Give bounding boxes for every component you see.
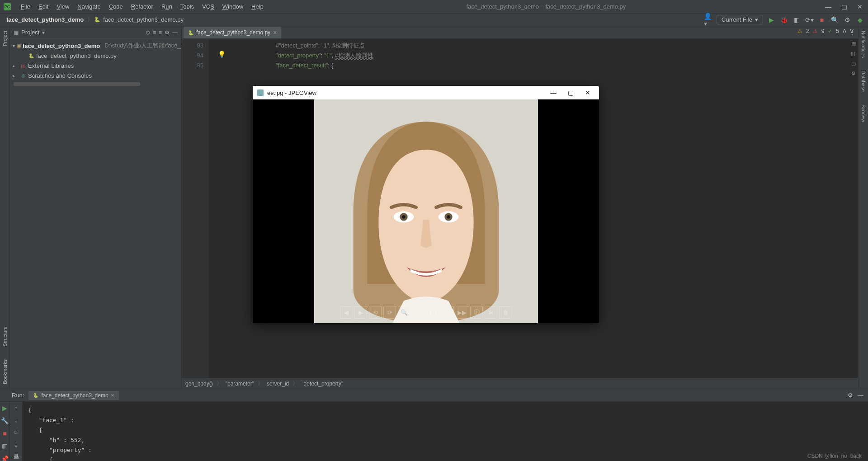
zoom-icon[interactable]: 🔍 xyxy=(398,306,410,319)
breadcrumb-item[interactable]: "parameter" xyxy=(226,381,254,387)
settings-icon[interactable]: ⚙ xyxy=(843,15,852,24)
menu-tools[interactable]: Tools xyxy=(177,1,198,12)
project-tree: ▾ ▣ face_detect_python3_demo D:\study\作业… xyxy=(10,39,181,88)
tool-database[interactable]: Database xyxy=(861,71,866,92)
window-maximize-icon[interactable]: ▢ xyxy=(564,89,577,96)
menu-window[interactable]: Window xyxy=(219,1,247,12)
slideshow-icon[interactable]: ▶▶ xyxy=(456,306,468,319)
jpegview-window[interactable]: ee.jpg - JPEGView — ▢ ✕ ◀ ▶ ⟲ xyxy=(253,86,599,323)
hide-panel-icon[interactable]: — xyxy=(172,29,178,36)
project-view-icon[interactable]: ▦ xyxy=(14,29,19,36)
print-icon[interactable]: 🖶 xyxy=(13,453,19,460)
run-button[interactable]: ▶ xyxy=(767,15,776,24)
menu-code[interactable]: Code xyxy=(105,1,127,12)
settings-icon[interactable]: ⚙ xyxy=(485,306,497,319)
breadcrumb-file[interactable]: face_detect_python3_demo.py xyxy=(100,15,186,24)
close-tab-icon[interactable]: × xyxy=(273,29,277,36)
window-minimize-icon[interactable]: — xyxy=(547,89,560,96)
down-icon[interactable]: ↓ xyxy=(14,417,18,423)
tree-item-label: Scratches and Consoles xyxy=(28,72,92,79)
breadcrumb-item[interactable]: gen_body() xyxy=(185,381,213,387)
pin-icon[interactable]: 📌 xyxy=(1,455,9,461)
menu-navigate[interactable]: Navigate xyxy=(74,1,104,12)
up-icon[interactable]: ↑ xyxy=(14,405,18,411)
tool-structure[interactable]: Structure xyxy=(2,326,8,347)
code-with-me-icon[interactable]: ◆ xyxy=(855,15,864,24)
tree-root[interactable]: ▾ ▣ face_detect_python3_demo D:\study\作业… xyxy=(10,41,181,51)
breadcrumb-item[interactable]: server_id xyxy=(267,381,289,387)
navigation-bar: face_detect_python3_demo 〉 🐍 face_detect… xyxy=(0,14,868,26)
debug-button[interactable]: 🐞 xyxy=(779,15,788,24)
run-config-dropdown[interactable]: Current File▾ xyxy=(717,15,763,24)
fit-icon[interactable]: ⛶ xyxy=(412,306,425,319)
editor-tab[interactable]: 🐍 face_detect_python3_demo.py × xyxy=(184,27,281,38)
jpegview-titlebar[interactable]: ee.jpg - JPEGView — ▢ ✕ xyxy=(253,86,599,99)
window-maximize-icon[interactable]: ▢ xyxy=(841,3,847,10)
gears-icon[interactable]: ⚙ xyxy=(850,70,857,77)
scroll-to-end-icon[interactable]: ⤓ xyxy=(14,441,19,448)
bulb-icon[interactable]: 💡 xyxy=(218,51,226,58)
inspection-widget[interactable]: ⚠2 ⚠9 ✓5 ᐱ ᐯ xyxy=(797,28,854,34)
tool-sciview[interactable]: SciView xyxy=(861,104,866,122)
delete-icon[interactable]: 🗑 xyxy=(499,306,512,319)
settings-icon[interactable]: ⚙ xyxy=(848,392,853,399)
presentation-icon[interactable]: ▢ xyxy=(850,60,857,67)
menu-vcs[interactable]: VCS xyxy=(198,1,218,12)
project-panel-header: ▦ Project ▾ ⊙ ≡ ≡ ⚙ — xyxy=(10,26,181,39)
window-minimize-icon[interactable]: — xyxy=(825,3,831,10)
coverage-button[interactable]: ◧ xyxy=(792,15,801,24)
collapse-all-icon[interactable]: ≡ xyxy=(159,29,162,36)
next-icon[interactable]: ▶ xyxy=(354,306,367,319)
profile-button[interactable]: ⟳▾ xyxy=(805,15,814,24)
menu-edit[interactable]: Edit xyxy=(35,1,52,12)
split-icon[interactable]: ⫿⫿ xyxy=(850,50,857,57)
settings-icon[interactable]: ⚙ xyxy=(165,29,170,36)
chevron-down-icon[interactable]: ᐯ xyxy=(850,28,854,34)
breadcrumb-project[interactable]: face_detect_python3_demo xyxy=(4,15,86,24)
jpegview-image-area[interactable]: ◀ ▶ ⟲ ⟳ 🔍 ⛶ 1:1 ⬚ ▶▶ ⓘ ⚙ 🗑 xyxy=(253,99,599,323)
tree-file[interactable]: 🐍 face_detect_python3_demo.py xyxy=(10,51,181,61)
run-panel-header: Run: 🐍 face_detect_python3_demo × ⚙ — xyxy=(0,389,868,401)
run-output[interactable]: { "face_1" : { "h" : 552, "property" : {… xyxy=(23,402,868,461)
chevron-down-icon[interactable]: ▾ xyxy=(42,29,45,36)
chevron-down-icon[interactable]: ▾ xyxy=(13,43,15,48)
tree-scratches[interactable]: ▸ ◎ Scratches and Consoles xyxy=(10,71,181,80)
add-user-icon[interactable]: 👤▾ xyxy=(704,15,713,24)
fullscreen-icon[interactable]: ⬚ xyxy=(441,306,454,319)
horizontal-scrollbar[interactable] xyxy=(14,82,140,86)
menu-refactor[interactable]: Refactor xyxy=(127,1,157,12)
menu-run[interactable]: Run xyxy=(158,1,176,12)
chevron-right-icon[interactable]: ▸ xyxy=(13,73,18,78)
hide-panel-icon[interactable]: — xyxy=(858,392,863,399)
chevron-up-icon[interactable]: ᐱ xyxy=(843,28,846,34)
modify-run-config-icon[interactable]: 🔧 xyxy=(1,417,9,424)
layout-icon[interactable]: ▥ xyxy=(2,442,8,450)
prev-icon[interactable]: ◀ xyxy=(340,306,353,319)
close-tab-icon[interactable]: × xyxy=(111,392,114,399)
tree-external-libraries[interactable]: ▸ ⫿⫿ External Libraries xyxy=(10,61,181,71)
search-everywhere-icon[interactable]: 🔍 xyxy=(830,15,839,24)
soft-wrap-icon[interactable]: ⏎ xyxy=(14,429,19,436)
run-panel-left-toolbar: ▶ 🔧 ■ ▥ 📌 xyxy=(0,402,10,461)
breadcrumb-item[interactable]: "detect_property" xyxy=(302,381,343,387)
stop-button[interactable]: ■ xyxy=(3,430,6,437)
actual-size-icon[interactable]: 1:1 xyxy=(427,306,439,319)
rotate-left-icon[interactable]: ⟲ xyxy=(369,306,382,319)
reader-mode-icon[interactable]: ▤ xyxy=(850,40,857,47)
chevron-right-icon[interactable]: ▸ xyxy=(13,63,18,68)
expand-all-icon[interactable]: ≡ xyxy=(153,29,156,36)
menu-file[interactable]: File xyxy=(17,1,34,12)
locate-icon[interactable]: ⊙ xyxy=(146,29,150,36)
rotate-right-icon[interactable]: ⟳ xyxy=(383,306,396,319)
menu-view[interactable]: View xyxy=(53,1,73,12)
tool-bookmarks[interactable]: Bookmarks xyxy=(2,359,8,384)
run-tab[interactable]: 🐍 face_detect_python3_demo × xyxy=(28,391,118,400)
tool-notifications[interactable]: Notifications xyxy=(861,31,866,58)
window-close-icon[interactable]: ✕ xyxy=(857,3,863,10)
window-close-icon[interactable]: ✕ xyxy=(581,89,594,96)
info-icon[interactable]: ⓘ xyxy=(470,306,483,319)
stop-button[interactable]: ■ xyxy=(817,15,826,24)
menu-help[interactable]: Help xyxy=(248,1,267,12)
tool-project[interactable]: Project xyxy=(2,31,8,46)
rerun-button[interactable]: ▶ xyxy=(2,405,7,412)
